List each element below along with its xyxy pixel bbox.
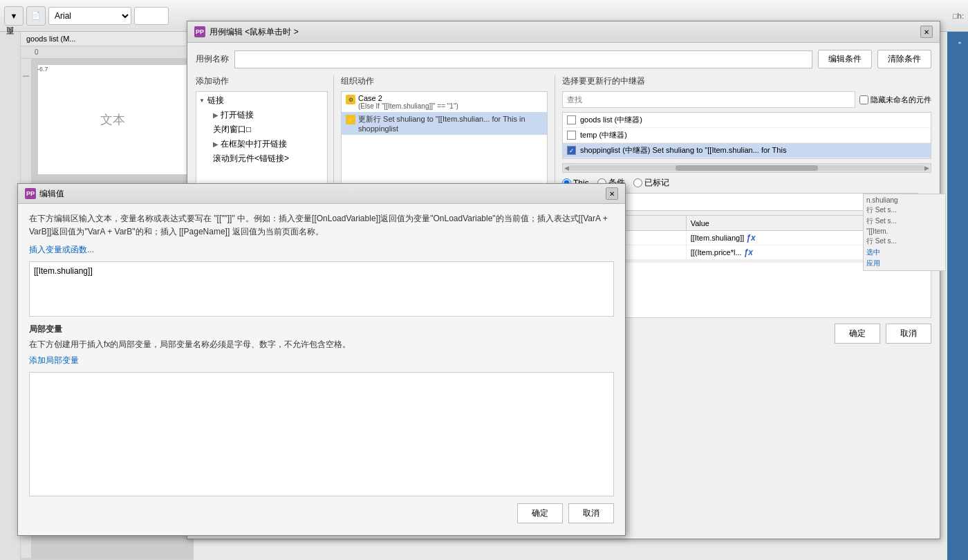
shoppinglist-checkbox[interactable]: ✓: [567, 146, 576, 155]
temp-name: temp (中继器): [580, 130, 627, 140]
casename-label: 用例名称: [196, 53, 229, 65]
case2-text: Case 2 (Else If "[[Item.shuliang]]" == "…: [358, 94, 458, 110]
organize-header: 组织动作: [341, 75, 548, 87]
tree-item-scroll-to[interactable]: 滚动到元件<锚链接>: [199, 151, 324, 166]
local-vars-desc: 在下方创建用于插入fx的局部变量，局部变量名称必须是字母、数字，不允许包含空格。: [29, 338, 614, 351]
lightning-icon: ⚡: [346, 115, 355, 124]
casename-row: 用例名称 Case 2 编辑条件 清除条件: [196, 50, 931, 68]
canvas-text: 文本: [100, 111, 125, 128]
fx-shuliang-btn[interactable]: ƒx: [746, 233, 755, 243]
editval-titlebar: PP 编辑值 ✕: [18, 184, 625, 204]
search-repeater-input[interactable]: [562, 91, 855, 108]
tree-arrow-link: ▼: [199, 97, 205, 104]
case2-label: Case 2: [358, 94, 458, 102]
repeater-temp[interactable]: temp (中继器): [563, 128, 931, 143]
editval-title: PP 编辑值: [25, 188, 64, 200]
hide-unnamed-label: 隐藏未命名的元件: [859, 95, 931, 105]
toolbar-right-label: □h:: [953, 12, 964, 20]
configure-header: 选择要更新行的中继器: [562, 75, 931, 87]
editval-title-text: 编辑值: [39, 188, 64, 200]
case2-condition: (Else If "[[Item.shuliang]]" == "1"): [358, 102, 458, 110]
editval-close-btn[interactable]: ✕: [606, 187, 618, 200]
radio-marked-input[interactable]: [633, 178, 642, 187]
add-action-header: 添加动作: [196, 75, 328, 87]
repeater-goods-list[interactable]: goods list (中继器): [563, 113, 931, 128]
goods-list-checkbox[interactable]: [567, 115, 576, 124]
ruler-horizontal: 0: [21, 46, 194, 59]
right-extra-item1: n.shuliang: [865, 196, 944, 205]
hide-unnamed-checkbox[interactable]: [859, 95, 868, 104]
usecase-dialog-titlebar: PP 用例编辑 <鼠标单击时 > ✕: [187, 21, 940, 43]
right-extra-item5: 行 Set s...: [865, 236, 944, 247]
open-in-frame-label: 在框架中打开链接: [221, 139, 287, 149]
right-extra-select[interactable]: 选中: [865, 247, 944, 258]
scrollbar-thumb[interactable]: [676, 165, 818, 171]
editval-footer: 确定 取消: [29, 503, 614, 523]
canvas-text-block: 文本: [37, 64, 188, 175]
right-extra-item2: 行 Set s...: [865, 205, 944, 216]
usecase-title-text: 用例编辑 <鼠标单击时 >: [210, 26, 299, 38]
repeater-shoppinglist[interactable]: ✓ shoppinglist (中继器) Set shuliang to "[[…: [563, 143, 931, 158]
dialog-icon: PP: [194, 26, 205, 37]
repeater-list: goods list (中继器) temp (中继器) ✓ shoppingli…: [562, 112, 931, 159]
editval-description: 在下方编辑区输入文本，变量名称或表达式要写在 "[[""]]" 中。例如：插入变…: [29, 212, 614, 239]
font-family-select[interactable]: Arial: [48, 7, 131, 25]
page-header: goods list (M...: [21, 32, 194, 46]
clear-condition-btn[interactable]: 清除条件: [877, 50, 931, 68]
shoppinglist-name: shoppinglist (中继器) Set shuliang to "[[It…: [580, 145, 786, 156]
case2-action-row[interactable]: ⚡ 更新行 Set shuliang to "[[Item.shulian...…: [342, 112, 547, 135]
right-extra-apply[interactable]: 应用: [865, 258, 944, 269]
right-tab-item[interactable]: *: [953, 37, 963, 48]
usecase-dialog-title: PP 用例编辑 <鼠标单击时 >: [194, 26, 299, 38]
goods-list-tab[interactable]: goods list (M...: [26, 35, 76, 43]
insert-var-link[interactable]: 插入变量或函数...: [29, 244, 614, 256]
toolbar-new-btn[interactable]: 📄: [26, 6, 46, 26]
editval-body: 在下方编辑区输入文本，变量名称或表达式要写在 "[[""]]" 中。例如：插入变…: [18, 204, 625, 532]
tree-group-link: ▼ 链接 ▶ 打开链接 关闭窗口□ ▶ 在框架中打开链接 滚动到元件<锚链接>: [196, 92, 327, 167]
scrollbar-track[interactable]: [569, 165, 924, 171]
search-row: 隐藏未命名的元件: [562, 91, 931, 108]
tree-item-close-window[interactable]: 关闭窗口□: [199, 122, 324, 137]
editval-dialog: PP 编辑值 ✕ 在下方编辑区输入文本，变量名称或表达式要写在 "[[""]]"…: [17, 183, 626, 536]
editval-textarea[interactable]: [[Item.shuliang]]: [29, 261, 614, 317]
tree-item-open-link[interactable]: ▶ 打开链接: [199, 108, 324, 122]
hide-unnamed-text: 隐藏未命名的元件: [871, 95, 931, 105]
toolbar-menu-btn[interactable]: ▼: [4, 6, 24, 26]
tree-group-link-label: 链接: [207, 95, 224, 106]
radio-marked[interactable]: 已标记: [633, 177, 669, 189]
editval-icon: PP: [25, 188, 36, 199]
configure-confirm-btn[interactable]: 确定: [835, 324, 880, 344]
right-extra-panel: n.shuliang 行 Set s... 行 Set s... "[[Item…: [863, 194, 946, 271]
radio-marked-label: 已标记: [644, 177, 669, 189]
local-var-area: [29, 372, 614, 496]
editval-confirm-btn[interactable]: 确定: [517, 503, 563, 523]
open-link-label: 打开链接: [221, 110, 254, 120]
temp-checkbox[interactable]: [567, 131, 576, 140]
case2-row: ⚙ Case 2 (Else If "[[Item.shuliang]]" ==…: [342, 92, 547, 112]
local-vars-title: 局部变量: [29, 324, 614, 335]
case2-action-text: 更新行 Set shuliang to "[[Item.shulian... f…: [358, 114, 543, 133]
ruler-mark: -6.7: [37, 66, 48, 73]
goods-list-name: goods list (中继器): [580, 115, 642, 125]
tree-item-open-in-frame[interactable]: ▶ 在框架中打开链接: [199, 137, 324, 151]
edit-condition-btn[interactable]: 编辑条件: [818, 50, 872, 68]
configure-cancel-btn[interactable]: 取消: [886, 324, 931, 344]
usecase-close-btn[interactable]: ✕: [920, 26, 933, 38]
editval-cancel-btn[interactable]: 取消: [568, 503, 614, 523]
font-size-input[interactable]: Nor: [134, 7, 169, 25]
case2-icon: ⚙: [346, 95, 355, 104]
add-local-var-link[interactable]: 添加局部变量: [29, 355, 614, 366]
horizontal-scrollbar[interactable]: ◀ ▶: [562, 163, 931, 173]
right-extra-item3: 行 Set s...: [865, 216, 944, 227]
sidebar-page-label: 页面: [3, 37, 17, 43]
tree-group-link-header[interactable]: ▼ 链接: [199, 93, 324, 108]
fx-xiaoji-btn[interactable]: ƒx: [744, 248, 753, 257]
right-extra-item4: "[[Item.: [865, 227, 944, 236]
right-sidebar: *: [947, 32, 968, 560]
casename-input[interactable]: Case 2: [234, 50, 812, 68]
